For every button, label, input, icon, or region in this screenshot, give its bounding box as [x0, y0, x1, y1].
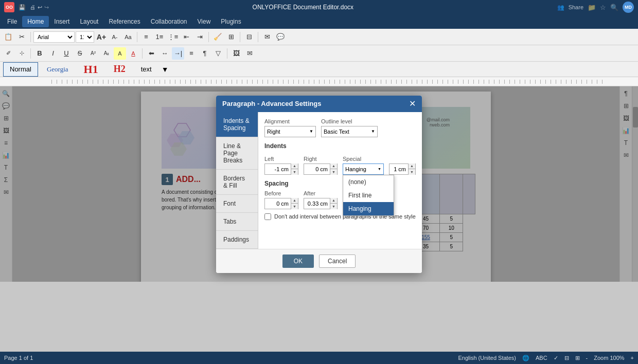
style-normal[interactable]: Normal — [3, 62, 38, 77]
paste-special-icon[interactable]: ⊞ — [225, 31, 237, 43]
align-center-button[interactable]: ↔ — [158, 47, 171, 60]
ruler-marks — [51, 80, 607, 84]
print-icon[interactable]: 🖨 — [30, 4, 36, 10]
special-option-firstline[interactable]: First line — [343, 189, 394, 202]
nav-indents-spacing[interactable]: Indents & Spacing — [216, 112, 258, 137]
before-down[interactable]: ▼ — [291, 204, 298, 209]
view-mode-icon[interactable]: ⊟ — [564, 355, 569, 361]
menu-view[interactable]: View — [192, 16, 216, 27]
cut-icon[interactable]: ✂ — [15, 31, 28, 43]
style-text[interactable]: text — [134, 62, 158, 77]
nav-paddings[interactable]: Paddings — [216, 231, 258, 249]
style-h1[interactable]: H1 — [77, 62, 105, 77]
font-color-button[interactable]: A — [127, 47, 139, 60]
menu-references[interactable]: References — [103, 16, 145, 27]
superscript-button[interactable]: A² — [87, 47, 99, 60]
fit-page-icon[interactable]: ⊞ — [575, 355, 580, 361]
ok-button[interactable]: OK — [282, 254, 314, 268]
outdent-icon[interactable]: ⇤ — [180, 31, 192, 43]
zoom-out-button[interactable]: - — [586, 355, 588, 361]
subscript-button[interactable]: A₂ — [100, 47, 113, 60]
align-justify-button[interactable]: ≡ — [185, 47, 198, 60]
special-option-hanging[interactable]: Hanging — [343, 202, 394, 215]
language-icon[interactable]: 🌐 — [522, 355, 529, 361]
nav-tabs[interactable]: Tabs — [216, 213, 258, 231]
select-all-icon[interactable]: ⊹ — [15, 47, 28, 60]
share-icon[interactable]: 👥 — [557, 4, 564, 11]
nav-borders-fill[interactable]: Borders & Fill — [216, 170, 258, 195]
align-right-button[interactable]: →| — [172, 47, 184, 60]
track-changes-icon[interactable]: ✉ — [261, 31, 273, 43]
special-amount-down[interactable]: ▼ — [409, 169, 415, 175]
before-up[interactable]: ▲ — [291, 198, 298, 204]
cancel-button[interactable]: Cancel — [319, 254, 356, 268]
after-up[interactable]: ▲ — [330, 198, 337, 204]
ruler — [0, 77, 638, 86]
insert-mail-icon[interactable]: ✉ — [243, 47, 256, 60]
font-size-select[interactable]: 11 10 12 — [76, 31, 94, 43]
menu-collaboration[interactable]: Collaboration — [146, 16, 192, 27]
align-left-button[interactable]: ⬅ — [145, 47, 157, 60]
highlight-button[interactable]: A — [114, 47, 126, 60]
menu-insert[interactable]: Insert — [49, 16, 75, 27]
clipboard-icon[interactable]: 📋 — [2, 31, 14, 43]
after-input[interactable] — [304, 198, 330, 209]
strikethrough-button[interactable]: S — [74, 47, 86, 60]
special-amount-up[interactable]: ▲ — [409, 163, 415, 169]
save-icon[interactable]: 💾 — [19, 4, 26, 11]
special-dropdown[interactable]: Hanging — [343, 163, 384, 175]
dialog-content: Alignment Right ▼ Outline level Basic Te… — [258, 112, 422, 249]
left-indent-input[interactable] — [265, 164, 291, 174]
track-status-icon[interactable]: ✓ — [554, 355, 558, 361]
spell-check-icon[interactable]: ABC — [536, 355, 547, 361]
left-indent-up[interactable]: ▲ — [291, 163, 298, 169]
left-indent-down[interactable]: ▼ — [291, 169, 298, 175]
user-avatar[interactable]: MD — [623, 2, 634, 13]
font-family-select[interactable]: Arial Georgia — [33, 31, 75, 43]
style-more-button[interactable]: ▼ — [160, 64, 171, 75]
increase-font-icon[interactable]: A+ — [95, 31, 108, 43]
style-h2[interactable]: H2 — [107, 62, 132, 77]
right-indent-up[interactable]: ▲ — [330, 163, 337, 169]
star-icon[interactable]: ☆ — [600, 4, 606, 11]
italic-button[interactable]: I — [47, 47, 59, 60]
style-georgia[interactable]: Georgia — [40, 62, 75, 77]
list-multi-icon[interactable]: ⋮≡ — [167, 31, 179, 43]
shading-button[interactable]: ▽ — [212, 47, 224, 60]
menu-home[interactable]: Home — [22, 16, 49, 27]
outline-level-select[interactable]: Basic Text ▼ — [321, 126, 378, 137]
indent-icon[interactable]: ⇥ — [193, 31, 206, 43]
insert-image-icon[interactable]: 🖼 — [230, 47, 242, 60]
comment-icon[interactable]: 💬 — [274, 31, 287, 43]
zoom-in-button[interactable]: + — [631, 355, 634, 361]
alignment-select[interactable]: Right ▼ — [264, 126, 316, 137]
menu-file[interactable]: File — [2, 16, 22, 27]
special-amount-input[interactable] — [389, 164, 408, 174]
nav-font[interactable]: Font — [216, 195, 258, 213]
bold-button[interactable]: B — [33, 47, 46, 60]
clear-format-icon[interactable]: 🧹 — [211, 31, 224, 43]
insert-table-icon[interactable]: ⊟ — [243, 31, 255, 43]
before-input[interactable] — [265, 198, 291, 209]
underline-button[interactable]: U — [60, 47, 73, 60]
folder-icon[interactable]: 📁 — [588, 4, 596, 11]
menu-layout[interactable]: Layout — [75, 16, 103, 27]
search-icon[interactable]: 🔍 — [610, 4, 618, 11]
special-option-none[interactable]: (none) — [343, 175, 394, 189]
right-indent-input[interactable] — [304, 164, 330, 174]
nav-line-page-breaks[interactable]: Line & Page Breaks — [216, 137, 258, 170]
list-bullet-icon[interactable]: ≡ — [140, 31, 152, 43]
language-label[interactable]: English (United States) — [458, 355, 516, 361]
dialog-close-button[interactable]: ✕ — [409, 100, 416, 108]
no-interval-checkbox[interactable] — [264, 213, 271, 220]
right-indent-down[interactable]: ▼ — [330, 169, 337, 175]
decrease-font-icon[interactable]: A- — [109, 31, 121, 43]
redo-icon[interactable]: ↪ — [44, 4, 49, 11]
after-down[interactable]: ▼ — [330, 204, 337, 209]
list-number-icon[interactable]: 1≡ — [153, 31, 166, 43]
font-case-icon[interactable]: Aa — [122, 31, 134, 43]
format-painter-icon[interactable]: ✐ — [2, 47, 14, 60]
show-marks-button[interactable]: ¶ — [199, 47, 211, 60]
menu-plugins[interactable]: Plugins — [216, 16, 246, 27]
undo-icon[interactable]: ↩ — [38, 4, 42, 11]
